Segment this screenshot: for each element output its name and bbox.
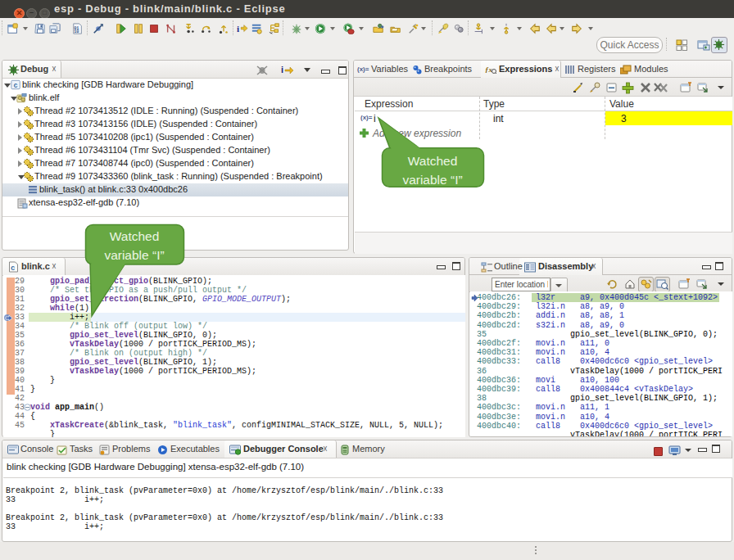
svg-text:variable “I”: variable “I” — [402, 173, 462, 187]
svg-text:variable “I”: variable “I” — [104, 248, 164, 262]
svg-text:Watched: Watched — [110, 229, 160, 243]
svg-text:i: i — [281, 65, 283, 75]
svg-text:Watched: Watched — [408, 154, 458, 168]
svg-text:c: c — [13, 82, 17, 90]
svg-text:i: i — [237, 24, 239, 34]
svg-text:ƒx: ƒx — [485, 65, 493, 74]
svg-text:c: c — [11, 264, 15, 273]
svg-text:10: 10 — [74, 29, 79, 34]
